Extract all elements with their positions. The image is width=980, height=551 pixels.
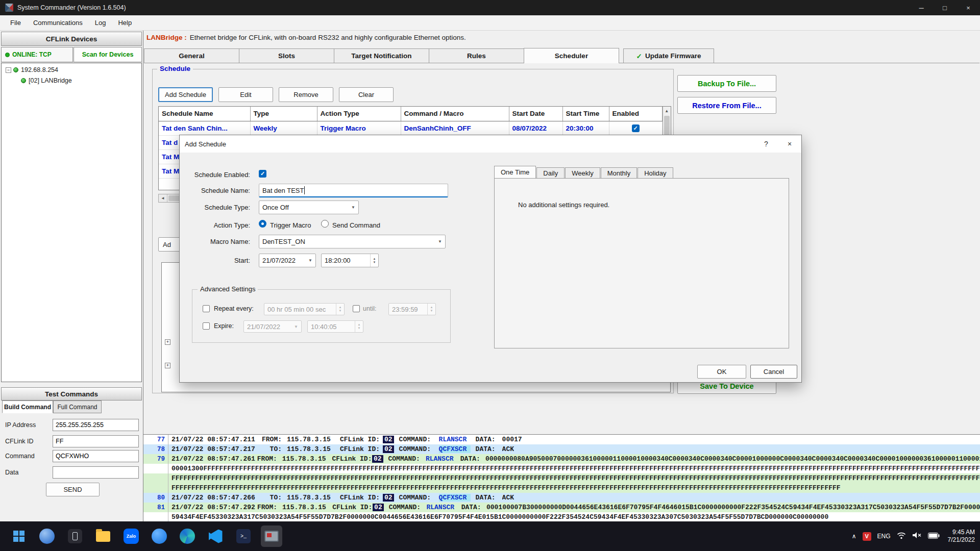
menu-file[interactable]: File bbox=[4, 16, 27, 29]
messenger-icon[interactable] bbox=[149, 525, 170, 547]
log-line-number: 79 bbox=[143, 454, 168, 464]
tab-one-time[interactable]: One Time bbox=[494, 166, 536, 178]
schedule-enabled-checkbox[interactable]: ✓ bbox=[259, 170, 266, 178]
help-icon[interactable]: ? bbox=[754, 135, 778, 153]
cflink-id-input[interactable] bbox=[53, 435, 139, 447]
spin-down-icon: ▼ bbox=[339, 309, 342, 313]
expand-icon[interactable]: + bbox=[165, 339, 170, 345]
advanced-settings-label: Advanced Settings bbox=[198, 285, 258, 293]
unikey-icon[interactable]: V bbox=[863, 532, 871, 541]
tray-chevron-icon[interactable]: ∧ bbox=[852, 533, 856, 540]
collapse-icon[interactable]: − bbox=[6, 67, 11, 73]
column-action-type[interactable]: Action Type bbox=[317, 107, 401, 121]
tab-update-firmware[interactable]: ✓ Update Firmware bbox=[623, 48, 714, 63]
column-command-macro[interactable]: Command / Macro bbox=[401, 107, 509, 121]
start-time-spinner[interactable]: 18:20:00 ▲▼ bbox=[321, 254, 379, 267]
scroll-up-icon[interactable]: ▲ bbox=[665, 107, 669, 113]
log-line: 77 21/07/22 08:57:47.211FROM:115.78.3.15… bbox=[143, 435, 980, 444]
until-label: until: bbox=[363, 305, 376, 312]
log-line-continuation: 00001300FFFFFFFFFFFFFFFFFFFFFFFFFFFFFFFF… bbox=[143, 464, 980, 473]
file-explorer-icon[interactable] bbox=[92, 525, 114, 547]
command-input[interactable] bbox=[53, 450, 139, 462]
dialog-close-icon[interactable]: × bbox=[778, 135, 801, 153]
spin-up-icon: ▲ bbox=[339, 306, 342, 309]
tab-full-command[interactable]: Full Command bbox=[53, 400, 102, 413]
add-schedule-button[interactable]: Add Schedule bbox=[158, 87, 213, 102]
data-input[interactable] bbox=[53, 466, 139, 479]
tab-scheduler[interactable]: Scheduler bbox=[524, 48, 619, 63]
minimize-button[interactable]: ─ bbox=[910, 0, 933, 15]
scroll-left-icon[interactable]: ◄ bbox=[159, 194, 167, 202]
tab-rules[interactable]: Rules bbox=[429, 48, 524, 63]
chevron-down-icon: ▼ bbox=[438, 239, 442, 244]
spin-down-icon[interactable]: ▼ bbox=[373, 261, 376, 264]
wifi-icon[interactable] bbox=[897, 532, 906, 541]
maximize-button[interactable]: □ bbox=[933, 0, 957, 15]
log-line-continuation: FFFFFFFFFFFFFFFFFFFFFFFFFFFFFFFFFFFFFFFF… bbox=[143, 483, 980, 493]
cancel-button[interactable]: Cancel bbox=[750, 365, 797, 379]
backup-to-file-button[interactable]: Backup To File... bbox=[677, 75, 776, 92]
expire-checkbox[interactable] bbox=[203, 322, 210, 330]
expand-icon[interactable]: + bbox=[165, 363, 170, 368]
schedule-name-input[interactable]: Bat den TEST bbox=[259, 184, 448, 197]
column-enabled[interactable]: Enabled bbox=[609, 107, 662, 121]
communication-log[interactable]: 77 21/07/22 08:57:47.211FROM:115.78.3.15… bbox=[143, 434, 980, 521]
edit-button[interactable]: Edit bbox=[218, 87, 273, 102]
browser-icon[interactable] bbox=[36, 525, 58, 547]
send-command-radio[interactable] bbox=[321, 220, 329, 228]
enabled-checkbox[interactable]: ✓ bbox=[632, 124, 640, 132]
phone-icon[interactable] bbox=[64, 525, 86, 547]
system-commander-icon[interactable] bbox=[261, 525, 282, 547]
vscode-icon[interactable] bbox=[205, 525, 226, 547]
language-indicator[interactable]: ENG bbox=[877, 533, 891, 540]
zalo-icon[interactable]: Zalo bbox=[120, 525, 142, 547]
taskbar-clock[interactable]: 9:45 AM 7/21/2022 bbox=[948, 529, 975, 544]
system-tray: ∧ V ENG 9:45 AM 7/21/2022 bbox=[852, 521, 975, 551]
column-schedule-name[interactable]: Schedule Name bbox=[159, 107, 250, 121]
spin-up-icon[interactable]: ▲ bbox=[373, 257, 376, 261]
tab-monthly[interactable]: Monthly bbox=[601, 167, 638, 178]
tab-daily[interactable]: Daily bbox=[536, 167, 565, 178]
remove-button[interactable]: Remove bbox=[279, 87, 333, 102]
menu-help[interactable]: Help bbox=[112, 16, 138, 29]
start-date-picker[interactable]: 21/07/2022▼ bbox=[259, 254, 316, 267]
menu-communications[interactable]: Communications bbox=[27, 16, 89, 29]
macro-name-dropdown[interactable]: DenTEST_ON▼ bbox=[259, 235, 446, 248]
tab-target-notification[interactable]: Target Notification bbox=[334, 48, 429, 63]
scrollbar-thumb[interactable] bbox=[664, 116, 670, 135]
scan-for-devices-button[interactable]: Scan for Devices bbox=[74, 47, 142, 62]
clear-button[interactable]: Clear bbox=[339, 87, 394, 102]
start-button[interactable] bbox=[8, 525, 30, 547]
restore-from-file-button[interactable]: Restore From File... bbox=[677, 97, 776, 114]
close-button[interactable]: × bbox=[957, 0, 980, 15]
column-start-time[interactable]: Start Time bbox=[562, 107, 609, 121]
schedule-name-label: Schedule Name: bbox=[190, 187, 250, 194]
send-button[interactable]: SEND bbox=[46, 483, 100, 496]
table-row[interactable]: Tat den Sanh Chin... Weekly Trigger Macr… bbox=[159, 121, 662, 135]
ip-address-input[interactable] bbox=[53, 419, 139, 431]
tab-weekly[interactable]: Weekly bbox=[565, 167, 600, 178]
battery-icon[interactable] bbox=[928, 532, 940, 541]
menu-log[interactable]: Log bbox=[89, 16, 112, 29]
edge-icon[interactable] bbox=[177, 525, 198, 547]
trigger-macro-radio[interactable] bbox=[259, 220, 266, 228]
tab-build-command[interactable]: Build Command bbox=[2, 400, 53, 413]
tree-node-lanbridge[interactable]: [02] LANBridge bbox=[21, 77, 72, 84]
column-type[interactable]: Type bbox=[250, 107, 317, 121]
ok-button[interactable]: OK bbox=[697, 365, 746, 379]
tab-slots[interactable]: Slots bbox=[239, 48, 334, 63]
volume-muted-icon[interactable] bbox=[912, 532, 922, 541]
repeat-every-label: Repeat every: bbox=[214, 305, 254, 312]
terminal-icon[interactable]: >_ bbox=[233, 525, 254, 547]
windows-logo-icon bbox=[13, 531, 24, 542]
schedule-type-dropdown[interactable]: Once Off▼ bbox=[259, 201, 359, 214]
tree-node-root[interactable]: − 192.68.8.254 bbox=[6, 66, 58, 73]
column-start-date[interactable]: Start Date bbox=[509, 107, 562, 121]
chevron-down-icon: ▼ bbox=[351, 205, 355, 210]
repeat-every-checkbox[interactable] bbox=[203, 305, 210, 312]
tab-general[interactable]: General bbox=[144, 48, 239, 63]
data-label: Data bbox=[5, 469, 18, 476]
until-checkbox[interactable] bbox=[353, 305, 360, 312]
tab-holiday[interactable]: Holiday bbox=[638, 167, 673, 178]
cflink-id-label: CFLink ID bbox=[5, 438, 34, 445]
